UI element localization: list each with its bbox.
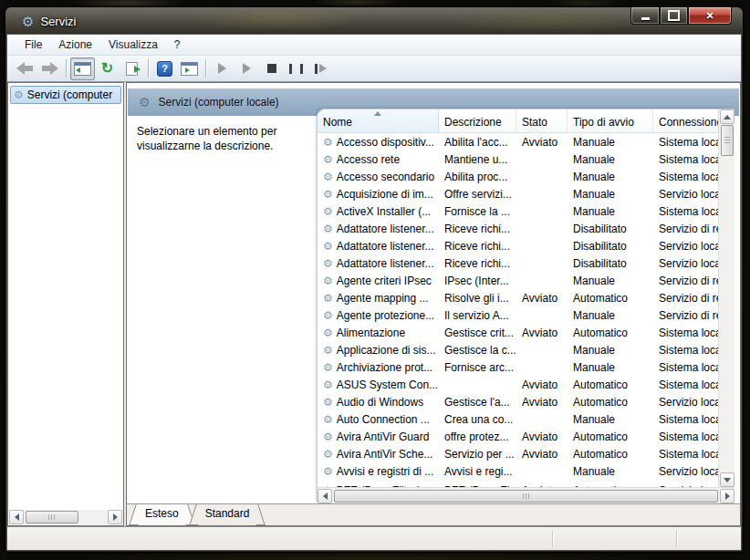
stop-service-button[interactable] — [259, 57, 284, 80]
tab-standard[interactable]: Standard — [196, 504, 259, 525]
cell-tipo-di-avvio: Automatico — [568, 379, 653, 391]
service-row[interactable]: ⚙Agente mapping ...Risolve gli i...Avvia… — [318, 289, 718, 306]
service-row[interactable]: ⚙Accesso reteMantiene u...ManualeSistema… — [318, 150, 718, 168]
cell-tipo-di-avvio: Manuale — [568, 153, 653, 166]
scroll-down-button[interactable] — [720, 472, 734, 487]
minimize-button[interactable] — [630, 7, 660, 25]
cell-connessione: Servizio di rete — [653, 292, 718, 305]
sidebar-item-servizi-computer[interactable]: ⚙Servizi (computer — [10, 86, 121, 104]
service-name: Agente mapping ... — [337, 292, 429, 305]
content-area: ⚙Servizi (computer ⚙ Servizi (computer l… — [7, 82, 741, 526]
tab-esteso[interactable]: Esteso — [136, 504, 188, 525]
service-row[interactable]: ⚙Archiviazione prot...Fornisce arc...Man… — [318, 358, 718, 376]
menu-azione[interactable]: Azione — [50, 36, 100, 54]
cell-connessione: Sistema locale — [653, 205, 718, 218]
scrollbar-thumb[interactable] — [26, 511, 78, 524]
scroll-left-button[interactable] — [318, 489, 332, 503]
service-row[interactable]: ⚙Auto Connection ...Crea una co...Manual… — [318, 410, 718, 428]
column-header-stato[interactable]: Stato — [516, 109, 568, 132]
forward-button[interactable] — [37, 57, 62, 80]
show-console-tree-button[interactable] — [70, 57, 95, 80]
service-row[interactable]: ⚙Acquisizione di im...Offre servizi...Ma… — [318, 185, 718, 202]
service-row[interactable]: ⚙Agente criteri IPsecIPsec (Inter...Manu… — [318, 272, 718, 289]
service-row[interactable]: ⚙Avvisi e registri di ...Avvisi e regi..… — [318, 462, 718, 480]
title-bar[interactable]: ⚙ Servizi ✕ — [5, 7, 743, 35]
scroll-up-button[interactable] — [720, 109, 734, 124]
menu-help[interactable]: ? — [166, 36, 189, 54]
service-row[interactable]: ⚙Agente protezione...Il servizio A...Man… — [318, 306, 718, 324]
service-row[interactable]: ⚙Avira AntiVir Sche...Servizio per ...Av… — [318, 445, 718, 462]
services-window: ⚙ Servizi ✕ FileAzioneVisualizza? ⚙Servi… — [5, 7, 743, 552]
service-row[interactable]: ⚙Accesso secondarioAbilita proc...Manual… — [318, 168, 718, 185]
scrollbar-thumb[interactable] — [721, 125, 734, 156]
cell-connessione: Sistema locale — [653, 413, 718, 426]
help-icon — [157, 61, 172, 77]
service-gear-icon: ⚙ — [323, 137, 333, 148]
cell-connessione: Sistema locale — [653, 430, 718, 443]
service-gear-icon: ⚙ — [323, 293, 333, 304]
service-gear-icon: ⚙ — [323, 414, 333, 425]
sidebar-horizontal-scrollbar[interactable] — [9, 510, 122, 524]
maximize-button[interactable] — [660, 7, 688, 25]
cell-nome: ⚙Audio di Windows — [318, 396, 439, 409]
start-service-button[interactable] — [210, 57, 234, 80]
service-name: Avira AntiVir Guard — [337, 430, 430, 443]
export-list-button[interactable] — [120, 57, 144, 80]
cell-connessione: Servizio locale — [653, 465, 718, 478]
service-gear-icon: ⚙ — [323, 241, 333, 252]
pause-service-button[interactable] — [284, 57, 308, 80]
show-action-pane-button[interactable] — [177, 57, 202, 80]
service-gear-icon: ⚙ — [323, 171, 333, 182]
service-row[interactable]: ⚙Audio di WindowsGestisce l'a...AvviatoA… — [318, 393, 718, 410]
horizontal-scrollbar[interactable] — [318, 487, 734, 503]
menu-file[interactable]: File — [16, 36, 50, 54]
main-pane: ⚙ Servizi (computer locale) Selezionare … — [126, 82, 741, 526]
service-gear-icon: ⚙ — [323, 431, 333, 442]
cell-tipo-di-avvio: Automatico — [568, 430, 653, 443]
cell-nome: ⚙Adattatore listener... — [318, 240, 439, 253]
cell-nome: ⚙Auto Connection ... — [318, 413, 439, 426]
toolbar-separator — [148, 59, 149, 78]
column-header-nome[interactable]: Nome — [318, 109, 439, 132]
service-row[interactable]: ⚙Avira AntiVir Guardoffre protez...Avvia… — [318, 428, 718, 445]
column-header-descrizione[interactable]: Descrizione — [439, 109, 516, 132]
vertical-scrollbar[interactable] — [718, 109, 734, 487]
cell-descrizione: Il servizio A... — [439, 309, 516, 322]
cell-connessione: Sistema locale — [653, 136, 718, 149]
cell-nome: ⚙Accesso rete — [318, 153, 439, 166]
service-row[interactable]: ⚙Applicazione di sis...Gestisce la c...M… — [318, 341, 718, 358]
services-list-panel: NomeDescrizioneStatoTipo di avvioConness… — [318, 109, 734, 503]
service-row[interactable]: ⚙Adattatore listener...Riceve richi...Di… — [318, 254, 718, 272]
service-row[interactable]: ⚙ActiveX Installer (...Fornisce la ...Ma… — [318, 202, 718, 220]
cell-nome: ⚙Adattatore listener... — [318, 257, 439, 270]
scroll-right-button[interactable] — [108, 510, 122, 524]
column-header-tipo-di-avvio[interactable]: Tipo di avvio — [568, 109, 653, 132]
cell-descrizione: Riceve richi... — [439, 240, 516, 253]
close-button[interactable]: ✕ — [688, 7, 732, 25]
cell-descrizione: Offre servizi... — [439, 188, 516, 201]
restart-service-button[interactable] — [308, 57, 333, 80]
service-row[interactable]: ⚙ASUS System Con...AvviatoAutomaticoSist… — [318, 376, 718, 393]
service-gear-icon: ⚙ — [323, 397, 333, 408]
service-row[interactable]: ⚙AlimentazioneGestisce crit...AvviatoAut… — [318, 324, 718, 341]
cell-tipo-di-avvio: Automatico — [568, 396, 653, 409]
restart-service-icon — [315, 64, 328, 74]
back-button[interactable] — [13, 57, 37, 80]
cell-descrizione: Gestisce la c... — [439, 344, 516, 357]
window-body: FileAzioneVisualizza? ⚙Servizi (computer… — [7, 35, 741, 550]
scrollbar-thumb[interactable] — [334, 490, 718, 503]
service-row[interactable]: ⚙Accesso dispositiv...Abilita l'acc...Av… — [318, 133, 718, 150]
pane-title: Servizi (computer locale) — [159, 96, 279, 109]
scroll-left-button[interactable] — [9, 510, 24, 524]
menu-visualizza[interactable]: Visualizza — [100, 36, 166, 54]
window-controls: ✕ — [630, 7, 732, 25]
cell-connessione: Sistema locale — [653, 171, 718, 183]
service-row[interactable]: ⚙Adattatore listener...Riceve richi...Di… — [318, 220, 718, 237]
refresh-button[interactable] — [95, 57, 120, 80]
resume-service-button[interactable] — [234, 57, 259, 80]
column-header-connessione[interactable]: Connessione — [653, 109, 718, 132]
service-name: Adattatore listener... — [337, 240, 434, 253]
service-row[interactable]: ⚙Adattatore listener...Riceve richi...Di… — [318, 237, 718, 254]
help-button[interactable] — [152, 57, 177, 80]
scroll-right-button[interactable] — [720, 489, 734, 503]
